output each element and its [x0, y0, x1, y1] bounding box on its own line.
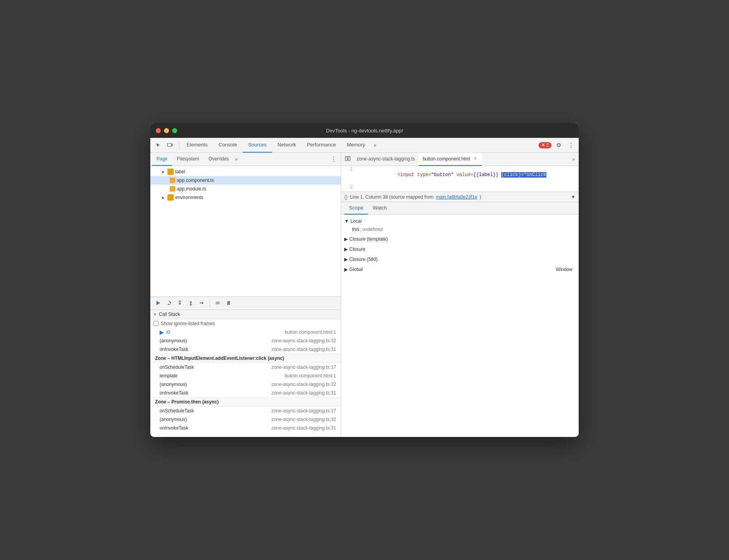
stack-item-invoke2[interactable]: onInvokeTask zone-async-stack-tagging.ts… [150, 389, 341, 397]
folder-icon [167, 169, 174, 175]
ignore-frames-row: Show ignore-listed frames [150, 319, 341, 328]
file-app-module-ts-name: app.module.ts [177, 186, 206, 192]
svg-rect-3 [157, 301, 157, 305]
stack-item-schedule2[interactable]: onScheduleTask zone-async-stack-tagging.… [150, 407, 341, 415]
scope-header-closure[interactable]: ▶ Closure [344, 245, 576, 254]
editor-tab-zone[interactable]: zone-async-stack-tagging.ts [353, 153, 419, 166]
deactivate-breakpoints-btn[interactable] [213, 298, 222, 308]
scope-chevron-global: ▶ [344, 267, 348, 272]
pause-on-exception-btn[interactable] [224, 298, 233, 308]
scope-section-closure: ▶ Closure [341, 244, 579, 254]
code-space1 [454, 172, 456, 178]
file-tree: ▶ label app.component.ts app.module.ts [150, 166, 341, 296]
scope-chevron-closure: ▶ [344, 247, 348, 252]
stack-item-invoke3[interactable]: onInvokeTask zone-async-stack-tagging.ts… [150, 424, 341, 432]
tab-console[interactable]: Console [213, 138, 243, 153]
source-map-link[interactable]: main.fa8bfa0e23f1e [436, 194, 477, 200]
scope-section-local: ▼ Local this : undefined [341, 216, 579, 234]
scope-header-closure-580[interactable]: ▶ Closure (580) [344, 255, 576, 264]
panel-tab-overrides[interactable]: Overrides [204, 153, 233, 166]
file-app-component-ts[interactable]: app.component.ts [150, 176, 341, 185]
maximize-button[interactable] [172, 128, 177, 133]
error-badge[interactable]: ✕ 2 [539, 142, 551, 148]
scope-header-closure-template[interactable]: ▶ Closure (template) [344, 235, 576, 243]
stack-item-invoke1[interactable]: onInvokeTask zone-async-stack-tagging.ts… [150, 345, 341, 354]
format-icon[interactable]: {} [344, 194, 348, 200]
panel-menu-btn[interactable]: ⋮ [328, 155, 339, 163]
tab-elements[interactable]: Elements [181, 138, 213, 153]
code-editor: 1 <input type="button" value={{label}} (… [341, 166, 579, 192]
file-app-component-ts-name: app.component.ts [177, 178, 214, 183]
scope-section-closure-580: ▶ Closure (580) [341, 254, 579, 264]
stack-item-template[interactable]: template button.component.html:1 [150, 372, 341, 380]
editor-tab-button-component[interactable]: button.component.html ✕ [419, 153, 482, 166]
panel-more-tabs[interactable]: » [235, 157, 238, 162]
stack-item-i0[interactable]: ▶ i0 button.component.html:1 [150, 328, 341, 336]
scope-content: ▼ Local this : undefined [341, 215, 579, 437]
svg-marker-4 [170, 302, 171, 303]
status-dropdown-arrow[interactable]: ▼ [571, 194, 576, 200]
scope-header-local[interactable]: ▼ Local [344, 217, 576, 225]
call-stack-header[interactable]: ▼ Call Stack [150, 310, 341, 319]
main-content: Page Filesystem Overrides » ⋮ ▶ label [150, 153, 579, 437]
scope-label-closure-template: Closure (template) [349, 236, 388, 242]
scope-label-global: Global [349, 267, 363, 272]
folder-label[interactable]: ▶ label [150, 167, 341, 176]
editor-tab-more[interactable]: » [570, 157, 577, 162]
stack-item-anonymous3[interactable]: (anonymous) zone-async-stack-tagging.ts:… [150, 415, 341, 424]
svg-marker-13 [202, 302, 204, 304]
scope-item-this: this : undefined [344, 225, 576, 233]
scope-label-local: Local [350, 218, 362, 224]
titlebar: DevTools - ng-devtools.netlify.app/ [150, 123, 579, 138]
panel-tab-filesystem[interactable]: Filesystem [172, 153, 204, 166]
svg-marker-7 [179, 303, 181, 305]
stack-item-anonymous2[interactable]: (anonymous) zone-async-stack-tagging.ts:… [150, 380, 341, 389]
file-app-module-ts[interactable]: app.module.ts [150, 185, 341, 193]
tab-network[interactable]: Network [272, 138, 302, 153]
resume-btn[interactable] [153, 298, 163, 308]
step-out-btn[interactable] [186, 298, 195, 308]
stack-item-schedule1[interactable]: onScheduleTask zone-async-stack-tagging.… [150, 363, 341, 372]
svg-rect-17 [229, 301, 230, 305]
more-tabs-button[interactable]: » [371, 138, 380, 153]
folder-label-name: label [175, 169, 185, 174]
editor-tab-zone-label: zone-async-stack-tagging.ts [357, 156, 415, 162]
split-editor-icon[interactable] [343, 156, 353, 162]
scope-tab-watch[interactable]: Watch [368, 202, 391, 215]
scope-tab-scope[interactable]: Scope [344, 202, 368, 215]
editor-tabs: zone-async-stack-tagging.ts button.compo… [341, 153, 579, 166]
folder-environments-name: environments [175, 195, 203, 200]
stack-name-schedule1: onScheduleTask [160, 365, 194, 370]
settings-btn[interactable]: ⚙ [553, 140, 564, 151]
minimize-button[interactable] [164, 128, 169, 133]
code-token-val2: {{label}} [473, 172, 498, 178]
more-options-btn[interactable]: ⋮ [565, 140, 576, 151]
right-panel: zone-async-stack-tagging.ts button.compo… [341, 153, 579, 437]
editor-tab-close-btn[interactable]: ✕ [472, 156, 478, 162]
stack-name-i0: i0 [166, 329, 170, 335]
scope-header-global[interactable]: ▶ Global Window [344, 265, 576, 274]
folder-environments[interactable]: ▶ environments [150, 193, 341, 202]
call-stack-chevron: ▼ [153, 313, 157, 316]
tab-sources[interactable]: Sources [243, 138, 272, 153]
stack-name-invoke2: onInvokeTask [160, 390, 188, 396]
device-icon-btn[interactable] [164, 140, 175, 151]
svg-rect-0 [167, 143, 171, 146]
step-into-btn[interactable] [175, 298, 185, 308]
svg-rect-18 [345, 157, 347, 160]
devtools-window: DevTools - ng-devtools.netlify.app/ [150, 123, 579, 437]
stack-name-schedule2: onScheduleTask [160, 408, 194, 414]
tab-performance[interactable]: Performance [301, 138, 341, 153]
stack-item-anonymous1[interactable]: (anonymous) zone-async-stack-tagging.ts:… [150, 336, 341, 345]
file-icon-ts2 [170, 186, 175, 192]
debug-toolbar [150, 296, 341, 310]
stack-file-schedule2: zone-async-stack-tagging.ts:17 [271, 408, 336, 414]
cursor-icon-btn[interactable] [153, 140, 164, 151]
step-btn[interactable] [197, 298, 206, 308]
tab-memory[interactable]: Memory [342, 138, 371, 153]
step-over-btn[interactable] [164, 298, 174, 308]
stack-file-template: button.component.html:1 [285, 373, 336, 379]
panel-tab-page[interactable]: Page [152, 153, 172, 166]
close-button[interactable] [156, 128, 161, 133]
ignore-frames-checkbox[interactable] [153, 321, 158, 326]
